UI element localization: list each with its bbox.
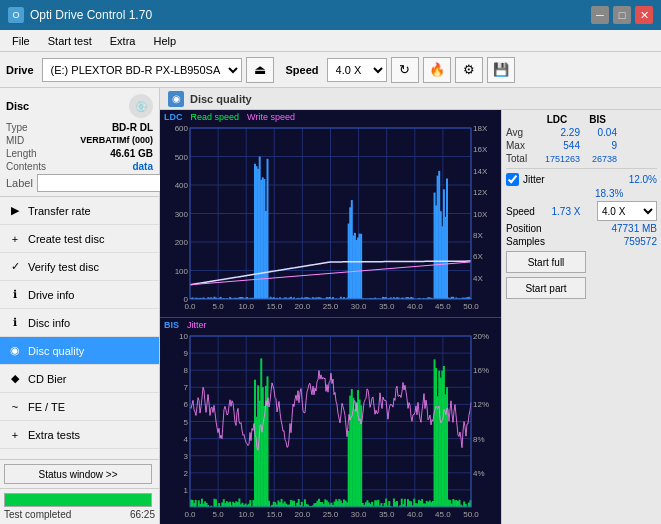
content-area: ◉ Disc quality LDC Read speed Write spee… (160, 88, 661, 524)
maximize-button[interactable]: □ (613, 6, 631, 24)
stats-max-ldc: 544 (538, 140, 580, 151)
sidebar-item-create-test-disc[interactable]: + Create test disc (0, 225, 159, 253)
start-full-button[interactable]: Start full (506, 251, 586, 273)
drive-info-icon: ℹ (8, 288, 22, 302)
disc-type-label: Type (6, 122, 28, 133)
stats-header-ldc: LDC (536, 114, 578, 125)
transfer-rate-icon: ▶ (8, 204, 22, 218)
cd-bier-icon: ◆ (8, 372, 22, 386)
charts-container: LDC Read speed Write speed BIS Jitter (160, 110, 501, 524)
sidebar-item-drive-info[interactable]: ℹ Drive info (0, 281, 159, 309)
stats-max-label: Max (506, 140, 536, 151)
sidebar-item-disc-info-label: Disc info (28, 317, 70, 329)
speed-select-toolbar[interactable]: 4.0 X (327, 58, 387, 82)
disc-quality-title: Disc quality (190, 93, 252, 105)
sidebar-item-drive-info-label: Drive info (28, 289, 74, 301)
chart-bottom: BIS Jitter (160, 318, 501, 525)
verify-test-disc-icon: ✓ (8, 260, 22, 274)
stats-avg-jitter: 12.0% (629, 174, 657, 185)
stats-total-bis: 26738 (582, 154, 617, 164)
menu-help[interactable]: Help (145, 33, 184, 49)
disc-mid-value: VERBATIMf (000) (80, 135, 153, 146)
create-test-disc-icon: + (8, 232, 22, 246)
sidebar-item-transfer-rate[interactable]: ▶ Transfer rate (0, 197, 159, 225)
chart-top-legend: LDC Read speed Write speed (164, 112, 295, 122)
menu-start-test[interactable]: Start test (40, 33, 100, 49)
time-text: 66:25 (130, 509, 155, 520)
samples-value: 759572 (624, 236, 657, 247)
chart-bottom-legend: BIS Jitter (164, 320, 207, 330)
title-bar: O Opti Drive Control 1.70 ─ □ ✕ (0, 0, 661, 30)
status-window-button[interactable]: Status window >> (4, 464, 152, 484)
save-button[interactable]: 💾 (487, 57, 515, 83)
start-part-button[interactable]: Start part (506, 277, 586, 299)
disc-length-label: Length (6, 148, 37, 159)
sidebar-item-fe-te[interactable]: ~ FE / TE (0, 393, 159, 421)
speed-value: 1.73 X (552, 206, 581, 217)
disc-quality-header-icon: ◉ (168, 91, 184, 107)
app-title: Opti Drive Control 1.70 (30, 8, 152, 22)
stats-total-ldc: 1751263 (538, 154, 580, 164)
menu-file[interactable]: File (4, 33, 38, 49)
disc-label-input[interactable] (37, 174, 170, 192)
sidebar-item-disc-quality[interactable]: ◉ Disc quality (0, 337, 159, 365)
disc-panel: Disc 💿 Type BD-R DL MID VERBATIMf (000) … (0, 88, 159, 197)
legend-ldc: LDC (164, 112, 183, 122)
stats-avg-label: Avg (506, 127, 536, 138)
sidebar-item-verify-test-disc[interactable]: ✓ Verify test disc (0, 253, 159, 281)
disc-quality-header: ◉ Disc quality (160, 88, 661, 110)
settings-button[interactable]: ⚙ (455, 57, 483, 83)
stats-max-jitter: 18.3% (595, 188, 623, 199)
legend-write-speed: Write speed (247, 112, 295, 122)
charts-stats-area: LDC Read speed Write speed BIS Jitter (160, 110, 661, 524)
sidebar-item-disc-quality-label: Disc quality (28, 345, 84, 357)
disc-contents-value: data (132, 161, 153, 172)
sidebar-item-cd-bier[interactable]: ◆ CD Bier (0, 365, 159, 393)
toolbar: Drive (E:) PLEXTOR BD-R PX-LB950SA 1.06 … (0, 52, 661, 88)
completed-text: Test completed (4, 509, 71, 520)
sidebar-item-create-test-disc-label: Create test disc (28, 233, 104, 245)
disc-icon: 💿 (129, 94, 153, 118)
sidebar-item-fe-te-label: FE / TE (28, 401, 65, 413)
sidebar-item-cd-bier-label: CD Bier (28, 373, 67, 385)
disc-type-value: BD-R DL (112, 122, 153, 133)
close-button[interactable]: ✕ (635, 6, 653, 24)
sidebar-item-verify-test-disc-label: Verify test disc (28, 261, 99, 273)
sidebar-item-disc-info[interactable]: ℹ Disc info (0, 309, 159, 337)
menu-extra[interactable]: Extra (102, 33, 144, 49)
jitter-checkbox[interactable] (506, 173, 519, 186)
stats-panel: LDC BIS Avg 2.29 0.04 Max 544 9 Total (501, 110, 661, 524)
disc-quality-icon: ◉ (8, 344, 22, 358)
position-label: Position (506, 223, 542, 234)
drive-select[interactable]: (E:) PLEXTOR BD-R PX-LB950SA 1.06 (42, 58, 242, 82)
position-value: 47731 MB (611, 223, 657, 234)
speed-label: Speed (286, 64, 319, 76)
app-icon: O (8, 7, 24, 23)
disc-mid-label: MID (6, 135, 24, 146)
speed-label-stats: Speed (506, 206, 535, 217)
sidebar-item-extra-tests[interactable]: + Extra tests (0, 421, 159, 449)
disc-label-label: Label (6, 177, 33, 189)
burn-button[interactable]: 🔥 (423, 57, 451, 83)
stats-max-bis: 9 (582, 140, 617, 151)
samples-label: Samples (506, 236, 545, 247)
eject-button[interactable]: ⏏ (246, 57, 274, 83)
main-area: Disc 💿 Type BD-R DL MID VERBATIMf (000) … (0, 88, 661, 524)
speed-select-right[interactable]: 4.0 X (597, 201, 657, 221)
menu-bar: File Start test Extra Help (0, 30, 661, 52)
refresh-button[interactable]: ↻ (391, 57, 419, 83)
disc-title: Disc (6, 100, 29, 112)
sidebar: Disc 💿 Type BD-R DL MID VERBATIMf (000) … (0, 88, 160, 524)
extra-tests-icon: + (8, 428, 22, 442)
legend-jitter: Jitter (187, 320, 207, 330)
chart-bottom-canvas (160, 318, 501, 525)
sidebar-menu: ▶ Transfer rate + Create test disc ✓ Ver… (0, 197, 159, 449)
drive-label: Drive (6, 64, 34, 76)
minimize-button[interactable]: ─ (591, 6, 609, 24)
progress-bar-container (4, 493, 152, 507)
disc-info-icon: ℹ (8, 316, 22, 330)
stats-total-label: Total (506, 153, 536, 164)
legend-read-speed: Read speed (191, 112, 240, 122)
chart-top: LDC Read speed Write speed (160, 110, 501, 317)
stats-header-bis: BIS (580, 114, 615, 125)
